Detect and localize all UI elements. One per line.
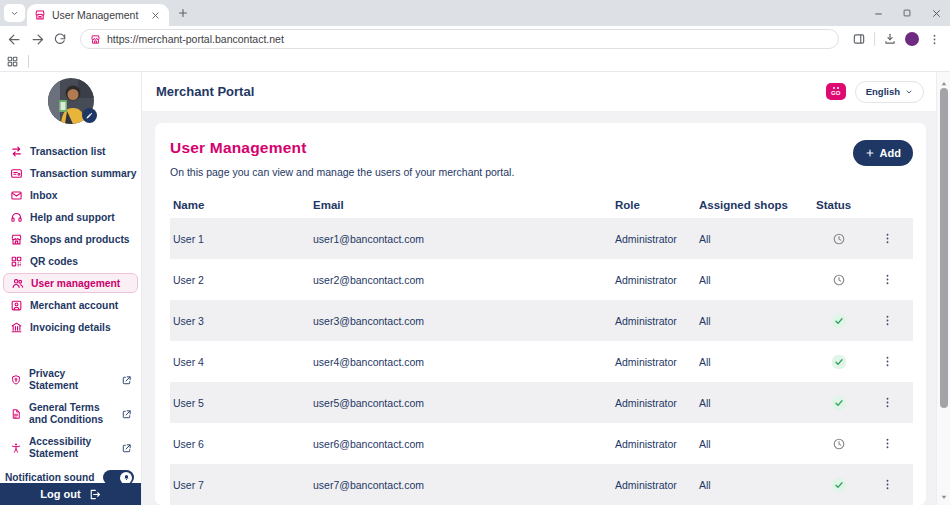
go-logo-dots xyxy=(833,87,839,89)
row-actions-cell xyxy=(865,433,913,455)
legal-link-accessibility-statement[interactable]: Accessibility Statement xyxy=(0,436,141,460)
window-close-icon[interactable] xyxy=(930,7,942,19)
scroll-down-icon[interactable] xyxy=(940,493,948,501)
row-menu-kebab-icon[interactable] xyxy=(877,351,897,373)
status-pending-clock-icon xyxy=(813,437,865,451)
sidebar-item-invoicing-details[interactable]: Invoicing details xyxy=(0,316,141,338)
scrollbar-thumb[interactable] xyxy=(940,88,948,408)
row-menu-kebab-icon[interactable] xyxy=(877,310,897,332)
store-favicon-icon xyxy=(34,9,46,21)
sidebar-nav: Transaction listTransaction summaryInbox… xyxy=(0,140,141,338)
row-actions-cell xyxy=(865,310,913,332)
status-active-check-icon xyxy=(813,395,865,411)
pencil-icon xyxy=(85,112,93,120)
forward-icon[interactable] xyxy=(29,31,45,47)
table-row: User 5user5@bancontact.comAdministratorA… xyxy=(170,382,913,423)
row-menu-kebab-icon[interactable] xyxy=(877,228,897,250)
portal-header: Merchant Portal GO English xyxy=(142,72,936,111)
users-icon xyxy=(11,277,24,290)
browser-toolbar: https://merchant-portal.bancontact.net xyxy=(0,26,950,52)
sidebar-item-transaction-list[interactable]: Transaction list xyxy=(0,140,141,162)
back-icon[interactable] xyxy=(6,31,22,47)
url-bar[interactable]: https://merchant-portal.bancontact.net xyxy=(80,29,839,49)
user-role-cell: Administrator xyxy=(612,356,696,368)
toggle-knob xyxy=(120,472,132,484)
assigned-shops-cell: All xyxy=(696,356,813,368)
sidebar-item-shops-and-products[interactable]: Shops and products xyxy=(0,228,141,250)
privacy-icon xyxy=(10,374,22,386)
user-name-cell: User 5 xyxy=(170,397,310,409)
legal-link-label: Privacy Statement xyxy=(29,368,114,392)
avatar-edit-badge[interactable] xyxy=(82,108,97,123)
table-row: User 7user7@bancontact.comAdministratorA… xyxy=(170,464,913,505)
merchant-icon xyxy=(10,299,23,312)
sidebar-item-label: Invoicing details xyxy=(30,322,111,333)
external-link-icon xyxy=(121,375,132,386)
language-label: English xyxy=(866,86,900,97)
row-menu-kebab-icon[interactable] xyxy=(877,433,897,455)
user-management-card: User Management On this page you can vie… xyxy=(155,123,926,505)
table-row: User 4user4@bancontact.comAdministratorA… xyxy=(170,341,913,382)
new-tab-button[interactable] xyxy=(176,6,190,20)
summary-icon xyxy=(10,167,23,180)
user-role-cell: Administrator xyxy=(612,438,696,450)
window-minimize-icon[interactable] xyxy=(872,7,884,19)
page-scrollbar xyxy=(936,72,950,505)
bookmarks-divider xyxy=(28,55,29,68)
status-active-check-icon xyxy=(813,313,865,329)
user-email-cell: user4@bancontact.com xyxy=(310,356,612,368)
tab-close-icon[interactable] xyxy=(148,8,162,22)
sidebar-item-inbox[interactable]: Inbox xyxy=(0,184,141,206)
row-menu-kebab-icon[interactable] xyxy=(877,269,897,291)
apps-grid-icon[interactable] xyxy=(6,55,19,68)
legal-link-privacy-statement[interactable]: Privacy Statement xyxy=(0,368,141,392)
sidebar-item-label: Help and support xyxy=(30,212,115,223)
side-panel-icon[interactable] xyxy=(851,31,867,47)
logout-arrow-icon xyxy=(88,488,101,501)
window-maximize-icon[interactable] xyxy=(901,7,913,19)
sidebar-item-transaction-summary[interactable]: Transaction summary xyxy=(0,162,141,184)
terms-icon xyxy=(10,408,22,420)
browser-menu-kebab-icon[interactable] xyxy=(926,31,942,47)
user-role-cell: Administrator xyxy=(612,479,696,491)
column-header-email: Email xyxy=(310,199,612,211)
column-header-assigned-shops: Assigned shops xyxy=(696,199,813,211)
reload-icon[interactable] xyxy=(52,31,68,47)
tab-search-button[interactable] xyxy=(4,4,25,22)
browser-profile-avatar[interactable] xyxy=(905,32,919,46)
sidebar-item-label: Shops and products xyxy=(30,234,130,245)
invoice-icon xyxy=(10,321,23,334)
legal-link-general-terms-and-conditions[interactable]: General Terms and Conditions xyxy=(0,402,141,426)
add-user-button[interactable]: Add xyxy=(853,140,913,166)
user-email-cell: user2@bancontact.com xyxy=(310,274,612,286)
transactions-icon xyxy=(10,145,23,158)
sidebar-item-qr-codes[interactable]: QR codes xyxy=(0,250,141,272)
content-area: User Management On this page you can vie… xyxy=(142,111,936,505)
notification-sound-label: Notification sound xyxy=(5,472,103,483)
language-selector[interactable]: English xyxy=(855,81,924,103)
sidebar-item-user-management[interactable]: User management xyxy=(3,273,138,293)
table-row: User 6user6@bancontact.comAdministratorA… xyxy=(170,423,913,464)
legal-link-label: Accessibility Statement xyxy=(29,436,114,460)
sidebar-item-label: Inbox xyxy=(30,190,57,201)
user-name-cell: User 2 xyxy=(170,274,310,286)
main-area: Merchant Portal GO English User Manageme… xyxy=(142,72,936,505)
download-icon[interactable] xyxy=(882,31,898,47)
row-menu-kebab-icon[interactable] xyxy=(877,474,897,496)
table-row: User 3user3@bancontact.comAdministratorA… xyxy=(170,300,913,341)
legal-link-label: General Terms and Conditions xyxy=(29,402,114,426)
row-actions-cell xyxy=(865,392,913,414)
sidebar-item-help-and-support[interactable]: Help and support xyxy=(0,206,141,228)
inbox-icon xyxy=(10,189,23,202)
portal-title: Merchant Portal xyxy=(156,84,826,99)
external-link-icon xyxy=(121,443,132,454)
sidebar-item-merchant-account[interactable]: Merchant account xyxy=(0,294,141,316)
column-header-name: Name xyxy=(170,199,310,211)
browser-tab[interactable]: User Management xyxy=(27,4,169,26)
page-title: User Management xyxy=(170,139,853,157)
logout-button[interactable]: Log out xyxy=(0,483,141,505)
row-menu-kebab-icon[interactable] xyxy=(877,392,897,414)
assigned-shops-cell: All xyxy=(696,397,813,409)
go-logo-text: GO xyxy=(831,90,840,96)
scroll-up-icon[interactable] xyxy=(940,80,948,88)
